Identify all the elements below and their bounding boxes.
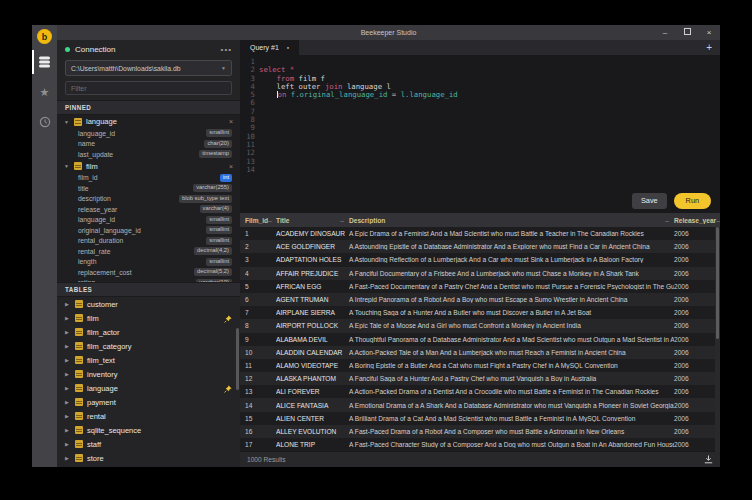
favorites-nav-item[interactable]: ★ [32,80,57,104]
table-cell: A Emotional Drama of a A Shark And a Dat… [349,402,674,409]
table-name: staff [87,440,101,449]
sql-token [259,90,277,99]
column-header-title[interactable]: Title– [276,217,349,224]
minimize-button[interactable]: – [654,25,676,40]
table-row[interactable]: 16ALLEY EVOLUTIONA Fast-Paced Drama of a… [240,425,720,438]
table-row[interactable]: 11ALAMO VIDEOTAPEA Boring Epistle of a B… [240,359,720,372]
sql-editor[interactable]: 1234567891011121314 select * from film f… [240,55,720,189]
code-line: select * [259,66,720,74]
table-cell: ALLEY EVOLUTION [276,428,349,435]
unpin-close-icon[interactable]: × [229,163,233,170]
connection-menu-button[interactable]: ••• [221,45,232,54]
pin-icon[interactable] [224,379,232,397]
column-type-badge: blob sub_type text [179,195,232,203]
code-line [259,158,720,166]
sidebar: Connection ••• C:\Users\matth\Downloads\… [57,40,240,467]
table-row[interactable]: 10ALADDIN CALENDARA Action-Packed Tale o… [240,346,720,359]
table-cell: 7 [240,309,276,316]
chevron-right-icon: ▶ [65,427,71,433]
table-row[interactable]: 13ALI FOREVERA Action-Packed Drama of a … [240,385,720,398]
tables-list: ▶customer▶film▶film_actor▶film_category▶… [57,297,240,465]
code-line [259,108,720,116]
unsaved-dot-icon: ● [287,45,289,50]
tab-query-1[interactable]: Query #1 ● [240,40,299,55]
sidebar-item-film_category[interactable]: ▶film_category [57,339,240,353]
sidebar-item-language[interactable]: ▶language [57,381,240,395]
sidebar-item-customer[interactable]: ▶customer [57,297,240,311]
table-name: language [87,384,118,393]
new-tab-button[interactable]: + [706,43,712,53]
table-cell: 9 [240,336,276,343]
column-header-release_year[interactable]: Release_year– [674,217,720,224]
maximize-button[interactable] [676,25,698,40]
table-row[interactable]: 5AFRICAN EGGA Fast-Paced Documentary of … [240,280,720,293]
table-row[interactable]: 3ADAPTATION HOLESA Astounding Reflection… [240,253,720,266]
table-row[interactable]: 12ALASKA PHANTOMA Fanciful Saga of a Hun… [240,372,720,385]
table-cell: A Astounding Epistle of a Database Admin… [349,243,674,250]
table-icon [75,328,83,336]
sidebar-scrollbar[interactable] [236,328,239,390]
table-row[interactable]: 15ALIEN CENTERA Brilliant Drama of a Cat… [240,412,720,425]
sidebar-item-inventory[interactable]: ▶inventory [57,367,240,381]
unpin-close-icon[interactable]: × [229,118,233,125]
column-row: original_language_idsmallint [57,225,240,236]
column-name: rental_rate [78,248,111,255]
pinned-table-name: language [86,117,117,126]
table-row[interactable]: 17ALONE TRIPA Fast-Paced Character Study… [240,438,720,451]
chevron-right-icon: ▶ [65,301,71,307]
column-row: rental_ratedecimal(4,2) [57,246,240,257]
download-results-button[interactable] [704,455,713,464]
table-row[interactable]: 14ALICE FANTASIAA Emotional Drama of a A… [240,398,720,411]
pinned-table-film[interactable]: ▼film× [57,160,240,173]
sidebar-item-film_text[interactable]: ▶film_text [57,353,240,367]
table-cell: 2006 [674,322,720,329]
table-cell: ALADDIN CALENDAR [276,349,349,356]
run-button[interactable]: Run [674,193,711,208]
download-icon [704,455,713,464]
sql-code: select * from film f left outer join lan… [259,58,720,189]
table-row[interactable]: 1ACADEMY DINOSAURA Epic Drama of a Femin… [240,227,720,240]
table-row[interactable]: 6AGENT TRUMANA Intrepid Panorama of a Ro… [240,293,720,306]
table-row[interactable]: 2ACE GOLDFINGERA Astounding Epistle of a… [240,240,720,253]
history-nav-item[interactable] [32,110,57,134]
column-header-description[interactable]: Description– [349,217,674,224]
code-line [259,58,720,66]
table-filter-input[interactable] [65,81,232,95]
sidebar-item-staff[interactable]: ▶staff [57,437,240,451]
results-header-row: Film_id–Title–Description–Release_year– [240,213,720,227]
code-line: on f.original_language_id = l.language_i… [259,91,720,99]
table-cell: A Touching Saga of a Hunter And a Butler… [349,309,674,316]
maximize-icon [684,28,691,35]
column-type-badge: smallint [206,216,232,224]
sidebar-item-sqlite_sequence[interactable]: ▶sqlite_sequence [57,423,240,437]
table-name: film_actor [87,328,120,337]
column-name: last_update [78,151,113,158]
table-row[interactable]: 8AIRPORT POLLOCKA Epic Tale of a Moose A… [240,319,720,332]
pin-icon[interactable] [224,309,232,327]
table-cell: A Action-Packed Drama of a Dentist And a… [349,388,674,395]
table-row[interactable]: 9ALABAMA DEVILA Thoughtful Panorama of a… [240,333,720,346]
table-row[interactable]: 4AFFAIR PREJUDICEA Fanciful Documentary … [240,267,720,280]
sidebar-item-film_actor[interactable]: ▶film_actor [57,325,240,339]
save-button[interactable]: Save [632,193,667,208]
results-body: 1ACADEMY DINOSAURA Epic Drama of a Femin… [240,227,720,452]
close-button[interactable]: × [698,25,720,40]
database-path-select[interactable]: C:\Users\matth\Downloads\sakila.db ▼ [65,60,232,76]
code-line [259,166,720,174]
column-header-film_id[interactable]: Film_id– [240,217,276,224]
table-row[interactable]: 7AIRPLANE SIERRAA Touching Saga of a Hun… [240,306,720,319]
column-name: original_language_id [78,227,141,234]
table-icon [75,300,83,308]
pinned-table-language[interactable]: ▼language× [57,115,240,128]
sidebar-item-store[interactable]: ▶store [57,451,240,465]
connections-nav-item[interactable] [32,50,57,74]
results-scrollbar-thumb[interactable] [716,227,719,339]
table-icon [74,118,82,126]
code-line [259,133,720,141]
clock-icon [39,116,51,128]
results-scrollbar[interactable] [715,227,720,452]
table-cell: 10 [240,349,276,356]
sidebar-item-payment[interactable]: ▶payment [57,395,240,409]
sidebar-item-film[interactable]: ▶film [57,311,240,325]
sidebar-item-rental[interactable]: ▶rental [57,409,240,423]
